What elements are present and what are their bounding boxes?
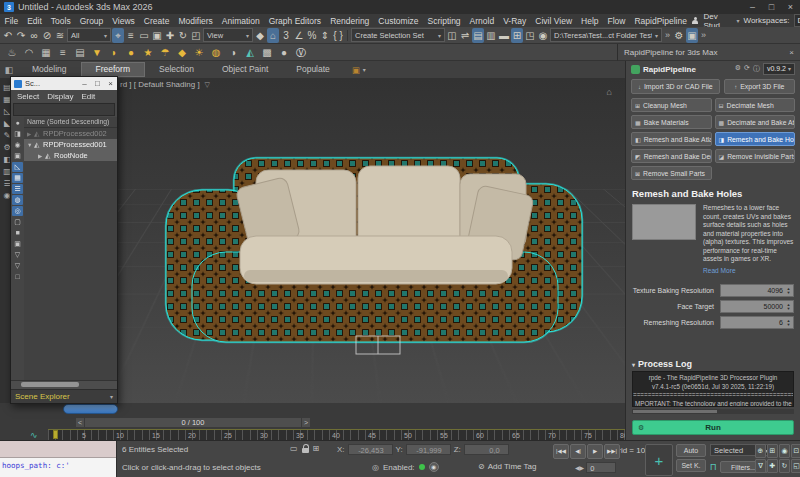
name-column-header[interactable]: Name (Sorted Descending) <box>24 117 117 128</box>
select-and-link-icon[interactable]: ∞ <box>28 28 40 43</box>
frame-stepper-icon[interactable]: ◀▶ <box>575 464 584 471</box>
preset-button[interactable]: ⊟ Decimate Mesh <box>715 98 796 112</box>
sofa-model[interactable] <box>164 144 584 362</box>
parameter-input[interactable]: 6 ▲▼ <box>720 316 794 329</box>
play-icon[interactable]: ▶ <box>587 444 603 459</box>
display-filter-icon[interactable]: □ <box>12 272 23 282</box>
use-pivot-center-icon[interactable]: ◆ <box>254 28 266 43</box>
scene-explorer-menu-item[interactable]: Display <box>47 92 73 101</box>
frame-indicator[interactable]: 0 / 100 <box>85 417 301 428</box>
display-filter-icon[interactable]: ▣ <box>12 239 23 249</box>
minimize-icon[interactable]: – <box>78 79 91 88</box>
maximize-icon[interactable]: □ <box>91 79 104 88</box>
viewcube-home-icon[interactable]: ⌂ <box>607 87 612 97</box>
display-filter-icon[interactable]: ▢ <box>12 217 23 227</box>
current-frame-marker[interactable] <box>53 430 58 439</box>
preset-button[interactable]: ▩ Decimate and Bake Atlas <box>715 115 796 129</box>
film-camera-icon[interactable]: ▤ <box>74 45 86 60</box>
sun-icon[interactable]: ☀ <box>193 45 205 60</box>
star-icon[interactable]: ★ <box>142 45 154 60</box>
pattern-icon[interactable]: ▩ <box>261 45 273 60</box>
align-icon[interactable]: ⇌ <box>459 28 471 43</box>
scene-node-row[interactable]: ▶ ◭ RootNode <box>24 150 117 161</box>
angle-snap-icon[interactable]: ∠ <box>293 28 305 43</box>
bind-to-space-warp-icon[interactable]: ≋ <box>54 28 66 43</box>
time-slider-handle[interactable] <box>63 404 118 414</box>
target-light-icon[interactable]: ▼ <box>91 45 103 60</box>
display-filter-icon[interactable]: ◎ <box>12 206 23 216</box>
rendered-frame-icon[interactable]: ▣ <box>686 28 698 43</box>
curve-editor-icon[interactable]: ⊞ <box>511 28 523 43</box>
go-to-end-icon[interactable]: ▶▶| <box>604 444 620 459</box>
select-and-move-icon[interactable]: ✚ <box>164 28 176 43</box>
display-filter-icon[interactable]: ■ <box>12 228 23 238</box>
select-object-icon[interactable]: ⌖ <box>112 28 124 43</box>
go-to-start-icon[interactable]: |◀◀ <box>553 444 569 459</box>
expand-arrow-icon[interactable]: ▶ <box>27 131 34 137</box>
display-filter-icon[interactable]: ◉ <box>12 140 23 150</box>
maxscript-mini-listener[interactable]: hoops_path: c:' <box>0 441 117 477</box>
diamond-icon[interactable]: ◆ <box>176 45 188 60</box>
scene-explorer-menu-item[interactable]: Edit <box>81 92 95 101</box>
export-3d-button[interactable]: ↑ Export 3D File <box>724 79 795 94</box>
sphere-light-icon[interactable]: ● <box>125 45 137 60</box>
user-account-icon[interactable] <box>691 17 699 25</box>
ribbon-more-icon[interactable]: ▣ <box>352 65 360 75</box>
listener-macro-pane[interactable] <box>0 441 116 458</box>
scrollbar-thumb[interactable] <box>21 382 79 387</box>
display-filter-icon[interactable]: ▽ <box>12 250 23 260</box>
window-crossing-icon[interactable]: ▣ <box>151 28 163 43</box>
y-coordinate-field[interactable]: -91,999 <box>406 444 451 455</box>
menu-item[interactable]: Civil View <box>531 16 577 26</box>
spinner-arrows-icon[interactable]: ▲▼ <box>785 285 792 296</box>
redo-icon[interactable]: ↷ <box>15 28 27 43</box>
render-teapot-icon[interactable]: ♨ <box>6 45 18 60</box>
viewport-label[interactable]: rd ] [ Default Shading ] ▽ <box>120 80 210 89</box>
umbrella-light-icon[interactable]: ☂ <box>159 45 171 60</box>
selection-region-icon[interactable]: ▭ <box>290 444 298 453</box>
process-log-output[interactable]: rpde - The RapidPipeline 3D Processor Pl… <box>632 371 794 407</box>
display-filter-icon[interactable]: ▽ <box>12 261 23 271</box>
run-button[interactable]: ⚙ Run <box>632 420 794 435</box>
preset-button[interactable]: ◪ Remove Invisible Parts <box>715 149 796 163</box>
chevron-down-icon[interactable]: ▾ <box>110 393 113 400</box>
display-filter-icon[interactable]: ▦ <box>12 173 23 183</box>
import-3d-button[interactable]: ↓ Import 3D or CAD File <box>631 79 720 94</box>
mini-curve-editor-icon[interactable]: ∿ <box>30 430 38 440</box>
fov-icon[interactable]: ∇ <box>755 459 766 473</box>
menu-item[interactable]: Create <box>139 16 174 26</box>
parameter-value[interactable]: 6 <box>779 317 783 328</box>
dome-light-icon[interactable]: ◗ <box>108 45 120 60</box>
selection-set-dropdown[interactable]: Create Selection Set ▾ <box>351 28 445 42</box>
layer-explorer-icon[interactable]: ▥ <box>485 28 497 43</box>
read-more-link[interactable]: Read More <box>703 267 794 276</box>
auto-key-button[interactable]: Auto <box>676 444 706 457</box>
arc-rotate-icon[interactable]: ◠ <box>23 45 35 60</box>
previous-frame-button[interactable]: < <box>75 417 85 428</box>
menu-item[interactable]: V-Ray <box>499 16 531 26</box>
log-scrollbar-thumb[interactable] <box>633 410 717 413</box>
rectangular-region-icon[interactable]: ▭ <box>138 28 150 43</box>
absolute-mode-icon[interactable]: ⊞ <box>313 444 320 453</box>
grey-sphere-icon[interactable]: ● <box>278 45 290 60</box>
filter-funnel-icon[interactable]: ▽ <box>205 81 210 89</box>
menu-item[interactable]: RapidPipeline <box>630 16 691 26</box>
select-by-name-icon[interactable]: ≡ <box>125 28 137 43</box>
unlink-selection-icon[interactable]: ⊘ <box>41 28 53 43</box>
parameter-value[interactable]: 4096 <box>767 285 783 296</box>
scene-explorer-menu-item[interactable]: Select <box>17 92 39 101</box>
display-filter-icon[interactable]: ☰ <box>12 184 23 194</box>
preset-button[interactable]: ⊞ Cleanup Mesh <box>631 98 712 112</box>
project-folder-dropdown[interactable]: D:\Teresa\Test...ct Folder Test ▾ <box>550 28 662 42</box>
set-keys-button[interactable]: + <box>645 444 673 476</box>
settings-icon[interactable]: ⚙ <box>735 64 741 74</box>
isolate-toggle-icon[interactable]: ◉ <box>429 462 439 472</box>
menu-item[interactable]: Group <box>75 16 108 26</box>
panel-close-icon[interactable]: × <box>789 48 794 57</box>
preset-button[interactable]: ◩ Remesh and Bake Decals <box>631 149 712 163</box>
schematic-view-icon[interactable]: ◳ <box>524 28 536 43</box>
scene-explorer-titlebar[interactable]: Sc... – □ × <box>11 77 117 90</box>
display-filter-icon[interactable]: ◍ <box>12 195 23 205</box>
selection-lock-icon[interactable] <box>302 448 309 453</box>
undo-icon[interactable]: ↶ <box>2 28 14 43</box>
